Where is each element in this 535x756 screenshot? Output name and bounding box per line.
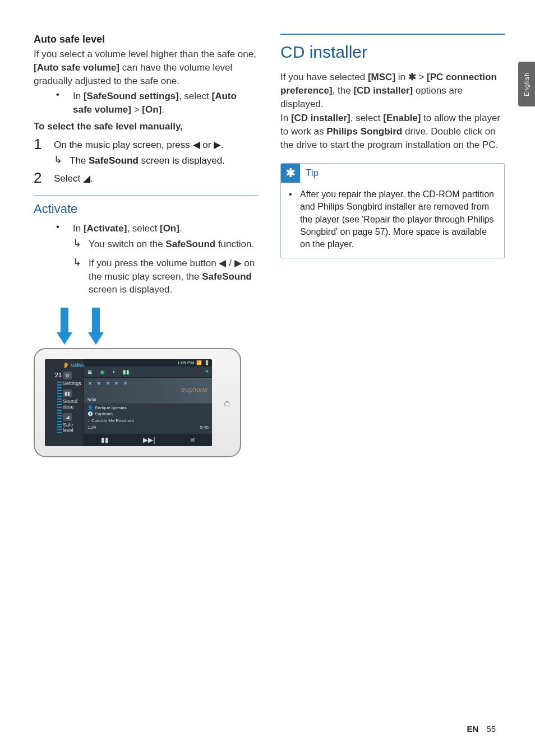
cd-paragraph-1: If you have selected [MSC] in ✱ > [PC co… [280, 71, 505, 110]
text: Settings [63, 381, 81, 386]
clock-value: 1:09 PM [177, 360, 194, 365]
text: > [416, 72, 427, 82]
result-arrow-icon: ↳ [73, 257, 89, 296]
gear-icon: ✱ [408, 72, 416, 82]
mute-icon: ◢ [83, 173, 90, 184]
cd-installer-heading: CD installer [280, 43, 505, 62]
disc-icon: 💿 [87, 411, 93, 416]
elapsed-time: 1:24 [87, 425, 96, 430]
manual-heading: To select the safe level manually, [34, 120, 258, 133]
result-arrow-icon: ↳ [73, 238, 89, 251]
text: Sound dose [63, 398, 77, 410]
playback-controls: ▮▮ ▶▶| ⤨ [84, 434, 212, 446]
device-illustration: 21 👂SafeSound ⚙Settings ▮▮Sound dose ◢Sa… [34, 308, 258, 465]
text: , select [127, 223, 160, 234]
text-bold: [MSC] [368, 72, 395, 82]
text: On the music play screen, press [54, 140, 193, 150]
step-2: 2 Select ◢. [34, 170, 258, 185]
note-icon: ♪ [87, 418, 90, 423]
volume-bar-icon [57, 382, 62, 434]
bars-icon: ▮▮ [63, 389, 72, 397]
bullet-activate: • In [Activate], select [On]. ↳ You swit… [56, 222, 258, 296]
divider [34, 196, 258, 196]
text: , the [333, 85, 354, 96]
text: If you have selected [280, 72, 368, 82]
text: , select [179, 91, 212, 101]
rating-stars-icon: ★ ★ ★ ★ ★ [87, 380, 129, 386]
text: . [179, 223, 182, 234]
text: If you press the volume button [89, 258, 219, 268]
step-number: 1 [34, 137, 54, 168]
bullet-dot-icon: • [56, 90, 73, 117]
album-title: euphoria [181, 386, 207, 393]
text-bold: [CD installer] [353, 85, 413, 96]
text: or [200, 140, 214, 150]
cd-paragraph-2: In [CD installer], select [Enable] to al… [280, 112, 505, 151]
next-icon: ▶▶| [143, 436, 155, 444]
disc-icon: ◉ [100, 369, 105, 375]
gear-icon: ⚙ [63, 372, 72, 379]
text: You switch on the [89, 239, 165, 249]
language-tab: English [518, 62, 535, 106]
text: In [73, 223, 84, 234]
page-footer: EN55 [467, 724, 496, 734]
menu-safe-level: ◢Safe level [63, 413, 81, 433]
text: , select [350, 113, 384, 123]
text: / [226, 258, 234, 268]
top-icon-row: ≣ ◉ • ▮▮ ≡ [84, 367, 212, 378]
right-arrow-icon: ▶ [234, 258, 242, 268]
text-bold: [CD installer] [291, 113, 350, 123]
track-list: 👤Enrique Iglesias 💿Euphoria ♪Cuando Me E… [84, 403, 212, 425]
artist-icon: 👤 [87, 405, 93, 410]
tip-text: After you repair the player, the CD-ROM … [300, 188, 496, 251]
text: The [70, 155, 89, 166]
divider [280, 34, 505, 35]
text: screen is displayed. [139, 155, 225, 166]
text-bold: [On] [160, 223, 179, 234]
text-bold: [Auto safe volume] [34, 62, 119, 73]
step-1: 1 On the music play screen, press ◀ or ▶… [34, 137, 258, 168]
text-bold: [On] [142, 104, 162, 115]
activate-heading: Activate [34, 202, 258, 216]
left-arrow-icon: ◀ [219, 258, 226, 268]
artist-name: Enrique Iglesias [95, 405, 127, 410]
album-art: ★ ★ ★ ★ ★ euphoria 5/36 [84, 378, 212, 403]
battery-icon: 🔋 [204, 360, 210, 365]
pointer-arrow-icon [90, 308, 102, 346]
text: In [73, 91, 84, 101]
dot-icon: • [113, 369, 115, 375]
auto-safe-paragraph: If you select a volume level higher than… [34, 48, 258, 87]
tip-asterisk-icon: ✱ [281, 164, 300, 183]
menu-icon: ≡ [205, 369, 209, 375]
track-name: Cuando Me Enamoro [91, 418, 134, 423]
shuffle-icon: ⤨ [190, 436, 195, 444]
signal-icon: 📶 [196, 360, 202, 365]
text-bold: SafeSound [165, 239, 215, 249]
pause-icon: ▮▮ [101, 436, 109, 444]
text: . [221, 140, 224, 150]
mute-icon: ◢ [63, 413, 72, 421]
menu-sound-dose: ▮▮Sound dose [63, 389, 81, 410]
ear-icon: 👂 [63, 363, 69, 368]
menu-settings: ⚙Settings [63, 372, 81, 386]
text: function. [215, 239, 254, 249]
track-name: Euphoria [95, 411, 113, 416]
list-icon: ≣ [87, 369, 92, 375]
text-bold: SafeSound [89, 155, 139, 166]
left-arrow-icon: ◀ [193, 140, 200, 150]
text: > [131, 104, 142, 115]
text: Safe level [63, 422, 73, 433]
device-body: 21 👂SafeSound ⚙Settings ▮▮Sound dose ◢Sa… [34, 348, 241, 457]
bullet-dot-icon: • [289, 188, 300, 251]
track-count: 5/36 [87, 397, 96, 402]
right-arrow-icon: ▶ [214, 140, 221, 150]
bullet-dot-icon: • [56, 222, 73, 296]
step-number: 2 [34, 170, 54, 185]
text-bold: [SafeSound settings] [84, 91, 179, 101]
text: in [395, 72, 408, 82]
text: . [162, 104, 164, 115]
volume-value: 21 [55, 372, 62, 378]
text-bold: [Activate] [84, 223, 127, 234]
text: If you select a volume level higher than… [34, 49, 256, 59]
auto-safe-heading: Auto safe level [34, 34, 258, 45]
